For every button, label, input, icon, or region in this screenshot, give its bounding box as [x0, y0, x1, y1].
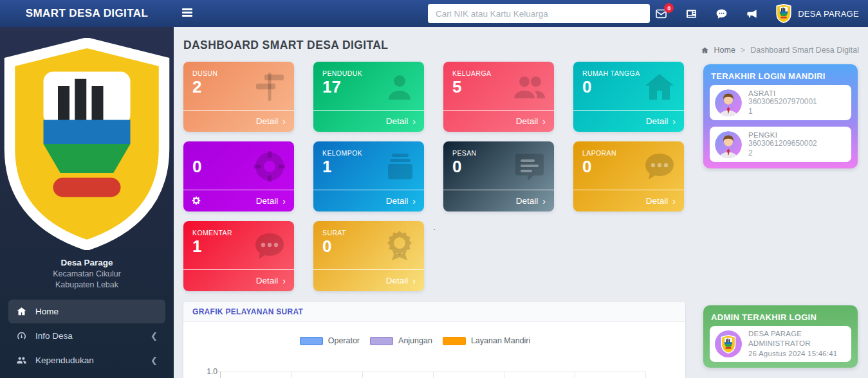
- village-name: Desa Parage: [0, 258, 174, 267]
- megaphone-icon[interactable]: [745, 7, 758, 20]
- legend-item-layanan-mandiri[interactable]: Layanan Mandiri: [443, 336, 530, 345]
- home-big-icon: [642, 69, 678, 105]
- legend-swatch: [370, 337, 393, 345]
- stat-card-dusun[interactable]: DUSUN2Detail›: [183, 62, 294, 132]
- mandiri-user-nik: 3603065207970001: [748, 97, 817, 107]
- legend-item-anjungan[interactable]: Anjungan: [370, 336, 432, 345]
- chat-icon[interactable]: [715, 7, 728, 20]
- chevron-right-icon: ›: [412, 276, 416, 286]
- chart-title: GRAFIK PELAYANAN SURAT: [183, 302, 685, 322]
- search-input[interactable]: [428, 4, 650, 23]
- card-value: 2: [192, 77, 201, 97]
- sidebar: Desa Parage Kecamatan Cikulur Kabupaten …: [0, 27, 174, 378]
- admin-avatar: [715, 330, 742, 357]
- life-ring-icon: [252, 148, 288, 184]
- legend-swatch: [300, 337, 323, 345]
- y-axis-tick-label: 1.0: [207, 367, 217, 376]
- stat-card-surat[interactable]: SURAT0Detail›: [313, 221, 424, 291]
- mandiri-user-name: ASRATI: [748, 89, 817, 97]
- card-detail-link[interactable]: Detail›: [443, 190, 554, 212]
- gridline-vertical: [575, 372, 575, 378]
- mail-badge: 0: [664, 3, 674, 13]
- gridline-vertical: [504, 372, 504, 378]
- panel-title: ADMIN TERAKHIR LOGIN: [710, 311, 851, 326]
- sidebar-item-home[interactable]: Home: [8, 300, 165, 323]
- sidebar-item-label: Kependudukan: [35, 356, 94, 365]
- legend-label: Anjungan: [398, 336, 432, 345]
- stat-card-untitled[interactable]: 0Detail›: [183, 141, 294, 212]
- admin-name: DESA PARAGE: [748, 329, 837, 339]
- card-label: KELUARGA: [452, 69, 491, 77]
- card-value: 0: [452, 157, 461, 177]
- village-regency: Kabupaten Lebak: [0, 280, 174, 289]
- chevron-right-icon: ›: [542, 196, 546, 206]
- page-title: DASHBOARD SMART DESA DIGITAL: [183, 39, 388, 52]
- user-name: DESA PARAGE: [798, 9, 859, 19]
- card-value: 0: [192, 157, 201, 177]
- stray-dot: [434, 229, 435, 230]
- sidebar-item-statistik[interactable]: Statistik❮: [8, 373, 165, 378]
- admin-role: ADMINISTRATOR: [748, 339, 837, 349]
- top-navbar: SMART DESA DIGITAL 0 DESA PARAGE: [0, 0, 868, 27]
- hamburger-menu-icon[interactable]: [182, 8, 192, 18]
- card-detail-link[interactable]: Detail›: [573, 110, 684, 132]
- village-emblem-icon: [0, 241, 174, 252]
- card-label: PESAN: [452, 149, 477, 157]
- gridline-vertical: [291, 372, 292, 378]
- card-detail-link[interactable]: Detail›: [183, 110, 294, 132]
- card-detail-link[interactable]: Detail›: [443, 110, 554, 132]
- sidebar-item-label: Home: [35, 307, 59, 316]
- mail-icon[interactable]: 0: [654, 7, 667, 20]
- sidebar-item-label: Info Desa: [35, 331, 73, 341]
- home-icon: [16, 306, 27, 317]
- user-avatar: [715, 131, 742, 158]
- stat-card-keluarga[interactable]: KELUARGA5Detail›: [443, 62, 554, 132]
- person-icon: [382, 69, 418, 105]
- card-detail-link[interactable]: Detail›: [183, 190, 294, 212]
- village-emblem-icon: [775, 4, 792, 23]
- card-label: DUSUN: [192, 69, 217, 77]
- card-detail-link[interactable]: Detail›: [313, 110, 424, 132]
- mandiri-user-name: PENGKI: [748, 131, 817, 139]
- card-detail-link[interactable]: Detail›: [313, 269, 424, 291]
- stat-card-rumah-tangga[interactable]: RUMAH TANGGA0Detail›: [573, 62, 684, 132]
- chevron-right-icon: ›: [412, 196, 416, 206]
- breadcrumb: Home > Dashboard Smart Desa Digital: [701, 46, 859, 55]
- card-value: 0: [322, 237, 331, 256]
- stat-card-penduduk[interactable]: PENDUDUK17Detail›: [313, 62, 424, 132]
- chevron-left-icon: ❮: [151, 356, 158, 365]
- main-content: DASHBOARD SMART DESA DIGITAL Home > Dash…: [174, 27, 868, 378]
- user-menu[interactable]: DESA PARAGE: [775, 4, 859, 23]
- sidebar-item-kependudukan[interactable]: Kependudukan❮: [8, 348, 165, 372]
- comment-dots-icon: [252, 228, 288, 264]
- chevron-right-icon: ›: [672, 196, 676, 206]
- mandiri-user-count: 1: [748, 107, 817, 116]
- chevron-right-icon: ›: [282, 116, 286, 127]
- card-value: 17: [322, 77, 341, 97]
- stat-card-kelompok[interactable]: KELOMPOK1Detail›: [313, 141, 424, 212]
- app-brand[interactable]: SMART DESA DIGITAL: [0, 0, 174, 27]
- stat-card-komentar[interactable]: KOMENTAR1Detail›: [183, 221, 294, 291]
- card-detail-link[interactable]: Detail›: [573, 190, 684, 212]
- card-value: 0: [582, 77, 591, 97]
- sidebar-item-info-desa[interactable]: Info Desa❮: [8, 324, 165, 348]
- home-icon: [701, 46, 709, 55]
- user-avatar: [715, 89, 742, 116]
- card-value: 5: [452, 77, 461, 97]
- card-label: PENDUDUK: [322, 69, 362, 77]
- stat-card-laporan[interactable]: LAPORAN0Detail›: [573, 141, 684, 212]
- legend-item-operator[interactable]: Operator: [300, 336, 360, 345]
- last-admin-login-panel: ADMIN TERAKHIR LOGIN DESA PARAGE ADMINIS…: [703, 305, 858, 368]
- news-icon[interactable]: [685, 7, 697, 20]
- chart-area: OperatorAnjunganLayanan Mandiri 1.00.80.…: [183, 322, 685, 378]
- card-detail-link[interactable]: Detail›: [313, 190, 424, 212]
- breadcrumb-current: Dashboard Smart Desa Digital: [750, 46, 859, 55]
- breadcrumb-home-link[interactable]: Home: [714, 46, 735, 55]
- signpost-big-icon: [252, 69, 288, 105]
- chevron-right-icon: ›: [282, 196, 286, 206]
- legend-swatch: [443, 337, 466, 345]
- panel-title: TERAKHIR LOGIN MANDIRI: [710, 70, 851, 85]
- gridline-vertical: [362, 372, 363, 378]
- card-detail-link[interactable]: Detail›: [183, 269, 294, 291]
- stat-card-pesan[interactable]: PESAN0Detail›: [443, 141, 554, 212]
